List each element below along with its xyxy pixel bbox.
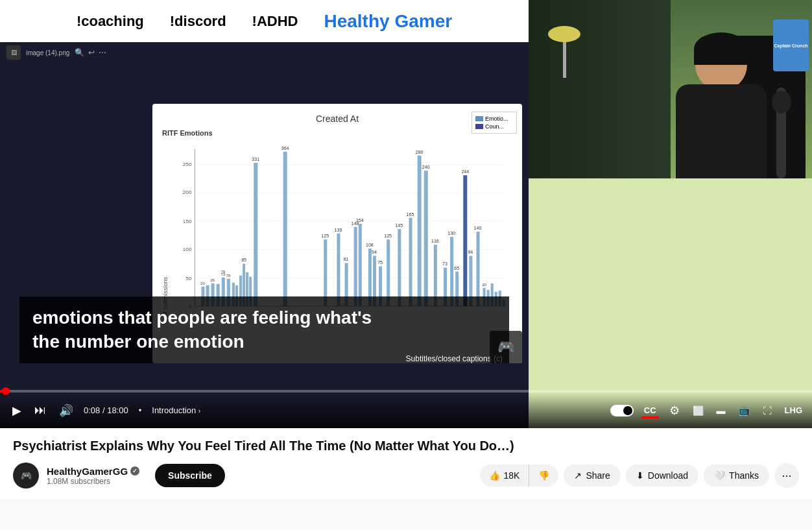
banner-coaching: !coaching bbox=[77, 13, 144, 30]
svg-rect-25 bbox=[359, 224, 362, 306]
svg-text:65: 65 bbox=[454, 266, 459, 271]
chart-title: Created At bbox=[162, 114, 512, 124]
svg-text:331: 331 bbox=[252, 157, 259, 162]
more-button[interactable]: ··· bbox=[774, 463, 799, 488]
svg-text:108: 108 bbox=[366, 243, 374, 247]
svg-text:165: 165 bbox=[407, 212, 414, 217]
legend-line1: Emotio... bbox=[485, 115, 508, 122]
share-icon: ↗ bbox=[574, 470, 582, 481]
chart-area: # of Submissions 0 50 bbox=[162, 140, 512, 322]
webcam-bg: Captain Crunch bbox=[529, 0, 812, 178]
verified-badge: ✓ bbox=[130, 466, 139, 476]
svg-text:145: 145 bbox=[395, 223, 403, 228]
svg-text:20: 20 bbox=[482, 283, 486, 287]
like-count: 18K bbox=[504, 470, 520, 481]
svg-rect-19 bbox=[337, 234, 340, 306]
banner-hg: Healthy Gamer bbox=[324, 11, 452, 32]
settings-button[interactable]: ⚙ bbox=[667, 401, 682, 420]
channel-info: HealthyGamerGG ✓ 1.08M subscribers bbox=[47, 466, 139, 486]
svg-text:280: 280 bbox=[416, 150, 424, 154]
chart-bars: 0 50 100 150 200 250 331 364 bbox=[172, 140, 512, 322]
game-icon-overlay: 🎮 bbox=[490, 331, 522, 363]
play-button[interactable]: ▶ bbox=[10, 401, 24, 420]
thumbs-up-icon: 👍 bbox=[489, 470, 500, 481]
svg-text:140: 140 bbox=[474, 226, 482, 230]
channel-row: 🎮 HealthyGamerGG ✓ 1.08M subscribers Sub… bbox=[13, 463, 799, 488]
like-dislike-group: 👍 18K 👎 bbox=[480, 464, 559, 487]
subtitles-bar: emotions that people are feeling what's … bbox=[19, 296, 509, 363]
svg-text:125: 125 bbox=[321, 234, 329, 238]
video-title: Psychiatrist Explains Why You Feel Tired… bbox=[13, 439, 799, 453]
dislike-button[interactable]: 👎 bbox=[529, 464, 558, 487]
miniplayer-button[interactable]: ⬜ bbox=[690, 403, 706, 418]
svg-text:240: 240 bbox=[422, 165, 430, 169]
video-main: 🖼 image (14).png 🔍 ↩ ⋯ Created At Emotio… bbox=[0, 42, 529, 428]
svg-rect-35 bbox=[398, 229, 401, 306]
lhg-badge: LHG bbox=[785, 405, 802, 415]
svg-text:50: 50 bbox=[185, 276, 191, 282]
svg-rect-47 bbox=[450, 237, 453, 306]
svg-text:85: 85 bbox=[241, 258, 246, 262]
thumbs-down-icon: 👎 bbox=[538, 470, 549, 481]
below-video: Psychiatrist Explains Why You Feel Tired… bbox=[0, 428, 812, 499]
svg-text:73: 73 bbox=[442, 262, 448, 267]
controls-bar: ▶ ⏭ 🔊 0:08 / 18:00 • Introduction › CC ⚙… bbox=[0, 392, 812, 428]
svg-text:125: 125 bbox=[384, 234, 392, 238]
svg-text:26: 26 bbox=[210, 278, 215, 282]
svg-text:139: 139 bbox=[335, 228, 342, 232]
thanks-button[interactable]: 🤍 Thanks bbox=[704, 464, 769, 487]
svg-rect-37 bbox=[409, 218, 412, 306]
share-button[interactable]: ↗ Share bbox=[564, 464, 620, 487]
heart-icon: 🤍 bbox=[714, 470, 725, 481]
legend-line2: Coun... bbox=[485, 123, 504, 130]
volume-button[interactable]: 🔊 bbox=[56, 401, 76, 420]
svg-text:94: 94 bbox=[372, 250, 377, 254]
toggle-dot bbox=[623, 406, 632, 415]
svg-text:94: 94 bbox=[468, 250, 473, 254]
svg-rect-23 bbox=[354, 227, 357, 306]
svg-rect-39 bbox=[418, 156, 422, 306]
autoplay-toggle[interactable] bbox=[610, 405, 634, 416]
subscribe-button[interactable]: Subscribe bbox=[155, 464, 225, 487]
theater-button[interactable]: ▬ bbox=[714, 403, 728, 418]
svg-text:130: 130 bbox=[448, 231, 455, 235]
banner-adhd: !ADHD bbox=[252, 13, 298, 30]
svg-rect-41 bbox=[424, 171, 428, 306]
download-button[interactable]: ⬇ Download bbox=[626, 464, 699, 487]
svg-rect-51 bbox=[463, 175, 467, 306]
channel-avatar[interactable]: 🎮 bbox=[13, 463, 39, 488]
svg-text:81: 81 bbox=[344, 257, 349, 261]
subscriber-count: 1.08M subscribers bbox=[47, 477, 139, 486]
svg-text:79: 79 bbox=[221, 270, 225, 274]
stream-banner: !coaching !discord !ADHD Healthy Gamer bbox=[0, 0, 529, 42]
cast-button[interactable]: 📺 bbox=[736, 403, 752, 418]
cc-button[interactable]: CC bbox=[641, 403, 659, 418]
subtitles-info: Subtitles/closed captions (c) bbox=[406, 354, 503, 363]
svg-rect-55 bbox=[476, 232, 479, 306]
svg-text:75: 75 bbox=[377, 260, 383, 265]
download-icon: ⬇ bbox=[636, 470, 644, 481]
skip-button[interactable]: ⏭ bbox=[32, 401, 49, 420]
svg-text:200: 200 bbox=[183, 189, 192, 195]
webcam-overlay: Captain Crunch bbox=[529, 0, 812, 178]
svg-text:79: 79 bbox=[226, 274, 230, 278]
dot-separator: • bbox=[139, 405, 142, 415]
time-display: 0:08 / 18:00 bbox=[84, 405, 128, 415]
channel-name: HealthyGamerGG ✓ bbox=[47, 466, 139, 477]
like-button[interactable]: 👍 18K bbox=[480, 464, 529, 487]
chart-subtitle: RITF Emotions bbox=[162, 129, 512, 137]
banner-discord: !discord bbox=[170, 13, 226, 30]
svg-text:154: 154 bbox=[356, 218, 364, 223]
svg-text:250: 250 bbox=[183, 162, 192, 167]
video-player: !coaching !discord !ADHD Healthy Gamer bbox=[0, 0, 812, 428]
action-buttons: 👍 18K 👎 ↗ Share ⬇ Download 🤍 Thanks bbox=[480, 463, 799, 488]
toggle-track[interactable] bbox=[610, 405, 634, 416]
svg-text:244: 244 bbox=[461, 169, 469, 174]
chapter-label[interactable]: Introduction › bbox=[152, 405, 200, 415]
svg-rect-15 bbox=[283, 152, 287, 306]
fullscreen-button[interactable]: ⛶ bbox=[760, 403, 774, 418]
svg-rect-13 bbox=[254, 163, 257, 306]
svg-text:20: 20 bbox=[200, 282, 205, 285]
svg-text:116: 116 bbox=[431, 239, 439, 243]
svg-text:100: 100 bbox=[183, 247, 192, 252]
